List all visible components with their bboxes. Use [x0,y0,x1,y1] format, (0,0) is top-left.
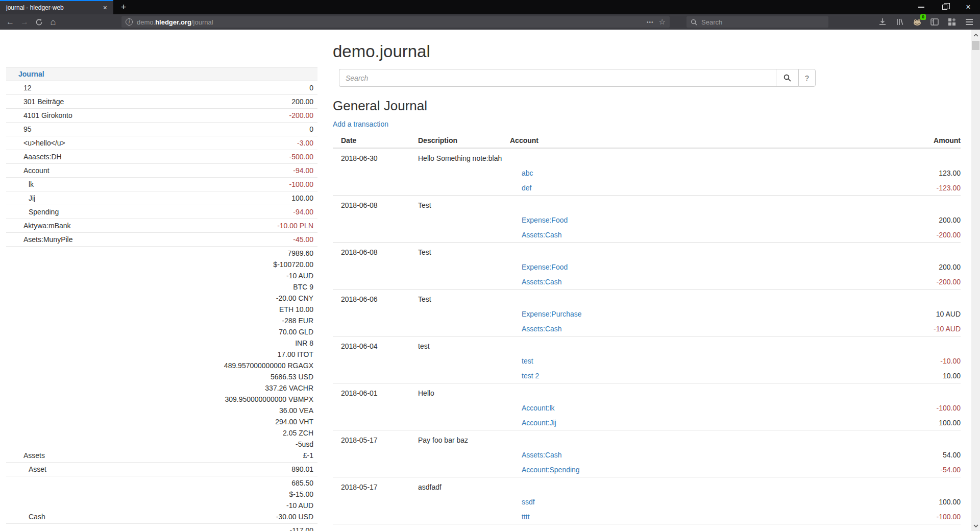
posting-account-link[interactable]: test [522,357,533,365]
reload-button[interactable] [32,15,46,29]
balance-amount: 294.00 VHT [224,416,313,427]
balance-amount: 685.50 [276,477,313,489]
posting-account-link[interactable]: Expense:Food [522,216,568,224]
transaction-list: 2018-06-30Hello Something note:blahabc12… [333,149,961,531]
bookmark-star-icon[interactable]: ☆ [659,17,666,27]
toolbar-search[interactable]: Search [687,16,828,28]
account-name-link[interactable]: Aktywa:mBank [23,220,71,231]
browser-toolbar: ← → ⌂ i demo.hledger.org/journal ••• ☆ S… [0,14,980,30]
col-header-account: Account [510,136,899,144]
balance-amount: 200.00 [291,96,313,107]
window-close-button[interactable]: × [957,0,980,14]
posting-row: def-123.00 [333,180,961,195]
tx-date: 2018-06-04 [333,342,418,350]
posting-account-link[interactable]: Account:Jij [522,419,556,427]
posting-account-link[interactable]: Assets:Cash [522,325,562,333]
posting-account-link[interactable]: abc [522,169,533,177]
posting-account-link[interactable]: Assets:Cash [522,231,562,239]
posting-account-link[interactable]: Account:Spending [522,466,580,474]
transaction-title-row: 2018-05-17Pay foo bar baz [333,432,961,447]
download-icon [878,18,887,26]
extensions-grid-button[interactable] [946,16,958,28]
posting-account-link[interactable]: Assets:Cash [522,451,562,459]
browser-tab[interactable]: journal - hledger-web × [0,0,113,14]
posting-account-link[interactable]: tttt [522,513,530,521]
posting-amount: 100.00 [939,498,961,506]
search-icon [783,74,791,82]
account-name-link[interactable]: 301 Beiträge [23,96,64,107]
transaction-row: 2018-05-17Test [333,524,961,531]
library-button[interactable] [894,16,905,28]
account-name-link[interactable]: Asset [23,464,46,475]
account-name-link[interactable]: 95 [23,124,32,135]
window-minimize-button[interactable] [910,0,933,14]
transaction-row: 2018-05-17Pay foo bar bazAssets:Cash54.0… [333,430,961,477]
account-name-link[interactable]: 12 [23,82,32,93]
posting-account-link[interactable]: Assets:Cash [522,278,562,286]
account-name-link[interactable]: Aaasets:DH [23,151,62,162]
account-name-link[interactable]: <u>hello</u> [23,137,65,149]
extension-button[interactable]: 0 [912,16,923,28]
page-actions-icon[interactable]: ••• [647,19,654,25]
tx-date: 2018-05-17 [333,483,418,491]
grid-plus-icon [948,18,956,26]
page-scrollbar[interactable] [971,30,980,531]
balance-amount: 337.26 VACHR [224,382,313,394]
account-balance: -45.00 [293,234,313,245]
balance-amount: 7989.60 [224,248,313,259]
scrollbar-thumb[interactable] [972,41,979,50]
tab-close-icon[interactable]: × [101,4,109,11]
posting-account-link[interactable]: ssdf [522,498,535,506]
journal-link[interactable]: Journal [18,70,44,78]
hamburger-icon [965,18,973,26]
tx-date: 2018-06-01 [333,389,418,397]
posting-account-link[interactable]: def [522,184,531,192]
journal-search-input[interactable] [339,69,776,87]
balance-amount: -100.00 [289,179,313,190]
sidebar-account-list: 120301 Beiträge200.004101 Girokonto-200.… [6,81,317,531]
menu-button[interactable] [964,16,975,28]
posting-amount: -10.00 [940,357,961,365]
sidebar-account-row: 4101 Girokonto-200.00 [6,109,317,123]
posting-row: test 210.00 [333,368,961,383]
account-name-link[interactable]: lk [23,179,34,190]
scroll-up-arrow[interactable] [971,31,980,39]
home-button[interactable]: ⌂ [46,15,60,29]
account-name-link[interactable]: Jij [23,192,35,204]
search-help-button[interactable]: ? [798,69,816,87]
balance-amount: -30.00 USD [276,511,313,522]
balance-amount: -94.00 [293,206,313,218]
transaction-title-row: 2018-06-08Test [333,198,961,212]
window-restore-button[interactable] [933,0,957,14]
account-name-link[interactable]: Assets [23,450,45,461]
posting-account-link[interactable]: Account:lk [522,404,555,412]
url-bar[interactable]: i demo.hledger.org/journal ••• ☆ [121,16,670,28]
posting-account-link[interactable]: test 2 [522,372,539,380]
add-transaction-link[interactable]: Add a transaction [333,120,388,128]
account-name-link[interactable]: Account [23,165,50,176]
forward-button[interactable]: → [17,15,32,29]
account-name-link[interactable]: Cash [23,511,45,522]
account-name-link[interactable]: Asets:MunyPile [23,234,72,245]
account-name-link[interactable]: Spending [23,206,59,218]
posting-row: Account:lk-100.00 [333,400,961,415]
posting-amount: 200.00 [939,263,961,271]
posting-account-link[interactable]: Expense:Purchase [522,310,582,318]
sidebars-button[interactable] [929,16,940,28]
library-icon [896,18,904,26]
site-info-icon[interactable]: i [126,18,133,26]
downloads-button[interactable] [877,16,888,28]
posting-account-link[interactable]: Expense:Food [522,263,568,271]
page-title: demo.journal [333,42,961,61]
account-balance: 685.50$-15.00-10 AUD-30.00 USD [276,477,313,522]
back-button[interactable]: ← [3,15,17,29]
new-tab-button[interactable]: + [117,2,130,14]
posting-row: abc123.00 [333,165,961,180]
scroll-down-arrow[interactable] [971,521,980,530]
posting-row: tttt-100.00 [333,509,961,524]
journal-search-button[interactable] [776,69,798,87]
posting-row: Assets:Cash54.00 [333,447,961,462]
account-balance: -94.00 [293,206,313,218]
account-name-link[interactable]: 4101 Girokonto [23,110,72,121]
account-balance: -3.00 [297,137,313,149]
